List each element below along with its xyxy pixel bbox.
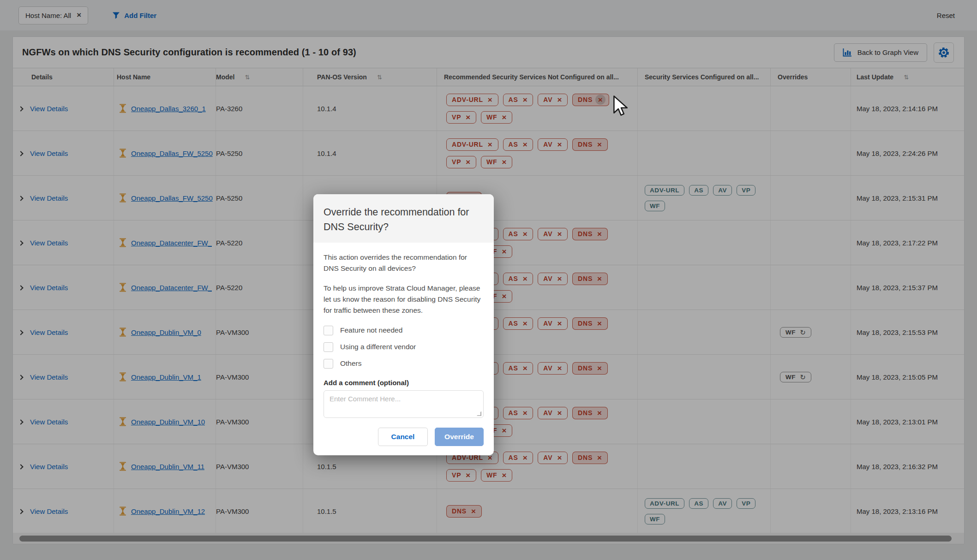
- checkbox[interactable]: [324, 359, 333, 369]
- reason-options: Feature not neededUsing a different vend…: [324, 326, 484, 369]
- override-button[interactable]: Override: [435, 428, 484, 446]
- reason-option[interactable]: Others: [324, 359, 484, 369]
- reason-option-label: Feature not needed: [340, 326, 402, 334]
- reason-option-label: Others: [340, 359, 362, 368]
- reason-option-label: Using a different vendor: [340, 343, 416, 351]
- comment-input[interactable]: [324, 390, 484, 418]
- dialog-body: This action overrides the recommendation…: [313, 243, 494, 428]
- dialog-message-secondary: To help us improve Strata Cloud Manager,…: [324, 283, 484, 316]
- override-dialog: Override the recommendation for DNS Secu…: [313, 194, 494, 455]
- checkbox[interactable]: [324, 326, 333, 335]
- dialog-header: Override the recommendation for DNS Secu…: [313, 194, 494, 243]
- comment-label: Add a comment (optional): [324, 379, 484, 387]
- checkbox[interactable]: [324, 342, 333, 352]
- dialog-message-primary: This action overrides the recommendation…: [324, 252, 484, 274]
- dialog-footer: Cancel Override: [313, 428, 494, 455]
- reason-option[interactable]: Feature not needed: [324, 326, 484, 335]
- dialog-title: Override the recommendation for DNS Secu…: [324, 205, 484, 235]
- reason-option[interactable]: Using a different vendor: [324, 342, 484, 352]
- cancel-button[interactable]: Cancel: [378, 428, 428, 446]
